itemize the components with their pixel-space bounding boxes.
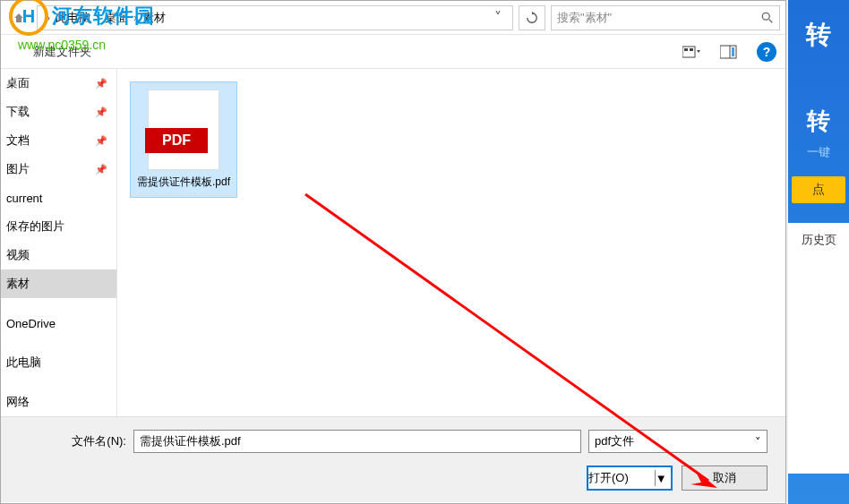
breadcrumb-bar: › 此电脑 › 桌面 › 素材 ˅ 搜索"素材" [1,1,785,35]
main-area: 桌面📌 下载📌 文档📌 图片📌 current 保存的图片 视频 素材 OneD… [1,69,785,416]
sidebar-item-downloads[interactable]: 下载📌 [1,98,116,126]
open-dropdown-icon[interactable]: ▼ [656,472,671,485]
sidebar-item-material[interactable]: 素材 [1,269,116,298]
preview-pane-button[interactable] [719,42,739,62]
svg-rect-2 [682,47,695,57]
pin-icon: 📌 [95,107,107,118]
view-mode-button[interactable] [682,42,701,62]
pin-icon: 📌 [95,135,107,147]
panel-history[interactable]: 历史页 [788,223,849,474]
sidebar: 桌面📌 下载📌 文档📌 图片📌 current 保存的图片 视频 素材 OneD… [1,69,117,416]
filetype-select[interactable]: pdf文件 ˅ [588,430,768,453]
filename-input[interactable] [133,430,581,453]
breadcrumb-item[interactable]: 桌面 [105,10,128,26]
svg-point-0 [762,13,769,20]
toolbar: 新建文件夹 ? [1,35,785,69]
sidebar-item-pictures[interactable]: 图片📌 [1,155,116,184]
file-list[interactable]: 需提供证件模板.pdf [117,69,785,416]
help-button[interactable]: ? [757,42,776,62]
app-side-panel: 转 转 一键 点 历史页 [788,0,849,504]
sidebar-item-saved-pics[interactable]: 保存的图片 [1,212,116,241]
sidebar-item-current[interactable]: current [1,184,116,212]
search-placeholder: 搜索"素材" [557,10,612,26]
file-item-pdf[interactable]: 需提供证件模板.pdf [130,81,237,198]
file-name-label: 需提供证件模板.pdf [134,175,233,190]
chevron-right-icon: › [133,12,137,24]
panel-title: 转 [788,18,849,52]
open-button[interactable]: 打开(O) ▼ [587,466,673,491]
sidebar-item-desktop[interactable]: 桌面📌 [1,69,116,98]
chevron-down-icon: ˅ [755,435,761,448]
panel-action-button[interactable]: 点 [792,176,845,203]
sidebar-item-thispc[interactable]: 此电脑 [1,348,116,377]
pdf-file-icon [148,90,219,170]
dialog-footer: 文件名(N): pdf文件 ˅ 打开(O) ▼ 取消 [1,416,785,502]
sidebar-item-onedrive[interactable]: OneDrive [1,309,116,337]
breadcrumb[interactable]: › 此电脑 › 桌面 › 素材 ˅ [37,5,513,30]
pin-icon: 📌 [95,78,107,90]
chevron-right-icon: › [47,12,50,24]
chevron-down-icon[interactable]: ˅ [487,9,509,26]
search-input[interactable]: 搜索"素材" [551,5,780,30]
chevron-right-icon: › [96,12,99,24]
filename-label: 文件名(N): [19,433,126,449]
svg-rect-4 [690,48,693,51]
breadcrumb-item[interactable]: 素材 [142,10,166,26]
panel-heading: 转 [788,106,849,137]
sidebar-item-network[interactable]: 网络 [1,388,116,416]
sidebar-item-documents[interactable]: 文档📌 [1,126,116,155]
svg-line-1 [769,19,773,22]
pin-icon: 📌 [95,164,107,175]
svg-rect-3 [684,48,688,51]
sidebar-item-videos[interactable]: 视频 [1,241,116,269]
nav-up-button[interactable] [6,5,31,30]
search-icon [761,12,774,24]
cancel-button[interactable]: 取消 [682,466,768,491]
svg-rect-7 [732,47,734,56]
breadcrumb-item[interactable]: 此电脑 [56,10,90,26]
new-folder-button[interactable]: 新建文件夹 [33,44,91,60]
file-open-dialog: › 此电脑 › 桌面 › 素材 ˅ 搜索"素材" 新建文件夹 [0,0,786,504]
panel-subtext: 一键 [788,144,849,160]
refresh-button[interactable] [519,5,545,30]
